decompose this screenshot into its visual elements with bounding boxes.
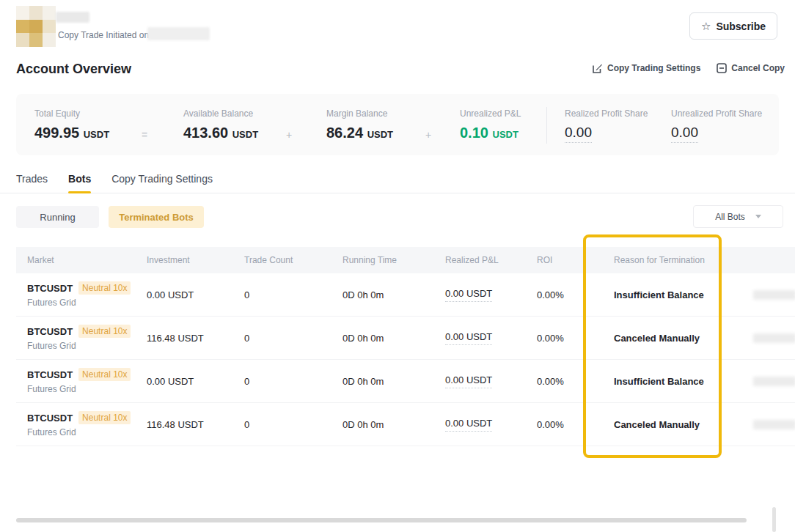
subscribe-label: Subscribe <box>716 21 766 32</box>
cancel-copy-button[interactable]: Cancel Copy <box>717 63 785 73</box>
redacted-action-link[interactable] <box>753 420 795 429</box>
copy-trade-initiated-label: Copy Trade Initiated on <box>58 30 149 40</box>
all-bots-dropdown[interactable]: All Bots <box>693 205 783 228</box>
copy-trading-settings-label: Copy Trading Settings <box>607 63 700 73</box>
trade-count-value: 0 <box>233 419 331 430</box>
stats-divider <box>546 107 547 144</box>
leverage-badge: Neutral 10x <box>78 411 131 424</box>
investment-value: 116.48 USDT <box>136 419 233 430</box>
leverage-badge: Neutral 10x <box>78 325 131 338</box>
minus-square-icon <box>717 63 727 73</box>
tab-trades[interactable]: Trades <box>16 173 48 193</box>
all-bots-value: All Bots <box>715 212 745 222</box>
redacted-action-link[interactable] <box>753 377 795 386</box>
tab-bots[interactable]: Bots <box>68 173 91 193</box>
investment-value: 0.00 USDT <box>136 376 233 387</box>
col-market: Market <box>16 255 136 265</box>
redacted-action-link[interactable] <box>753 333 795 343</box>
market-pair: BTCUSDT <box>27 283 73 294</box>
realized-pnl-value: 0.00 USDT <box>445 374 492 388</box>
table-row: BTCUSDTNeutral 10x Futures Grid 0.00 USD… <box>16 360 795 403</box>
market-type: Futures Grid <box>27 384 136 394</box>
market-type: Futures Grid <box>27 427 136 437</box>
trade-count-value: 0 <box>233 376 331 387</box>
investment-value: 0.00 USDT <box>136 289 233 300</box>
roi-value: 0.00% <box>526 376 603 387</box>
col-roi: ROI <box>526 255 603 265</box>
terminated-bots-table: Market Investment Trade Count Running Ti… <box>16 247 795 446</box>
chevron-down-icon <box>755 215 761 218</box>
avatar <box>16 6 56 47</box>
equals-operator: = <box>142 129 147 141</box>
running-time-value: 0D 0h 0m <box>331 333 434 344</box>
investment-value: 116.48 USDT <box>136 333 233 344</box>
plus-operator: + <box>286 129 292 141</box>
table-header-row: Market Investment Trade Count Running Ti… <box>16 247 795 273</box>
market-type: Futures Grid <box>27 341 136 351</box>
account-stats-card: Total Equity 499.95 USDT = Available Bal… <box>16 94 779 155</box>
page-title: Account Overview <box>16 62 131 77</box>
stat-label: Available Balance <box>183 108 253 119</box>
realized-pnl-value: 0.00 USDT <box>445 331 492 345</box>
horizontal-scrollbar[interactable] <box>16 518 747 522</box>
col-realized-pnl: Realized P&L <box>434 255 526 265</box>
leverage-badge: Neutral 10x <box>78 281 131 295</box>
termination-reason: Canceled Manually <box>603 419 742 430</box>
col-reason-for-termination: Reason for Termination <box>603 255 742 265</box>
tab-copy-trading-settings[interactable]: Copy Trading Settings <box>111 173 213 193</box>
filter-terminated-bots-button[interactable]: Terminated Bots <box>109 206 204 228</box>
col-running-time: Running Time <box>331 255 434 265</box>
realized-pnl-value: 0.00 USDT <box>445 288 492 302</box>
termination-reason: Canceled Manually <box>603 333 742 344</box>
cancel-copy-label: Cancel Copy <box>731 63 785 73</box>
subscribe-button[interactable]: ☆ Subscribe <box>689 12 777 40</box>
col-investment: Investment <box>136 255 233 265</box>
realized-pnl-value: 0.00 USDT <box>445 418 492 432</box>
market-type: Futures Grid <box>27 298 136 308</box>
star-icon: ☆ <box>701 21 711 32</box>
roi-value: 0.00% <box>526 289 603 300</box>
col-trade-count: Trade Count <box>233 255 331 265</box>
redacted-action-link[interactable] <box>753 290 795 300</box>
roi-value: 0.00% <box>526 419 603 430</box>
filter-running-button[interactable]: Running <box>16 206 99 228</box>
market-pair: BTCUSDT <box>27 326 73 337</box>
redacted-username <box>56 12 89 23</box>
redacted-initiated-date <box>147 27 210 40</box>
trade-count-value: 0 <box>233 333 331 344</box>
stat-label: Total Equity <box>34 108 80 119</box>
trade-count-value: 0 <box>233 289 331 300</box>
running-time-value: 0D 0h 0m <box>331 419 434 430</box>
stat-label: Margin Balance <box>326 108 387 119</box>
main-tabs: Trades Bots Copy Trading Settings <box>0 173 795 193</box>
plus-operator: + <box>425 129 431 141</box>
leverage-badge: Neutral 10x <box>78 368 131 381</box>
edit-icon <box>593 63 603 73</box>
table-row: BTCUSDTNeutral 10x Futures Grid 0.00 USD… <box>16 273 795 317</box>
copy-trading-settings-button[interactable]: Copy Trading Settings <box>593 63 700 73</box>
stat-label: Unrealized Profit Share <box>671 108 762 119</box>
termination-reason: Insufficient Balance <box>603 376 742 387</box>
running-time-value: 0D 0h 0m <box>331 376 434 387</box>
table-row: BTCUSDTNeutral 10x Futures Grid 116.48 U… <box>16 403 795 446</box>
stat-label: Realized Profit Share <box>565 108 648 119</box>
vertical-scrollbar[interactable] <box>772 507 776 532</box>
termination-reason: Insufficient Balance <box>603 289 742 300</box>
roi-value: 0.00% <box>526 333 603 344</box>
running-time-value: 0D 0h 0m <box>331 289 434 300</box>
market-pair: BTCUSDT <box>27 369 73 380</box>
table-row: BTCUSDTNeutral 10x Futures Grid 116.48 U… <box>16 317 795 360</box>
market-pair: BTCUSDT <box>27 413 73 424</box>
stat-label: Unrealized P&L <box>460 108 521 119</box>
